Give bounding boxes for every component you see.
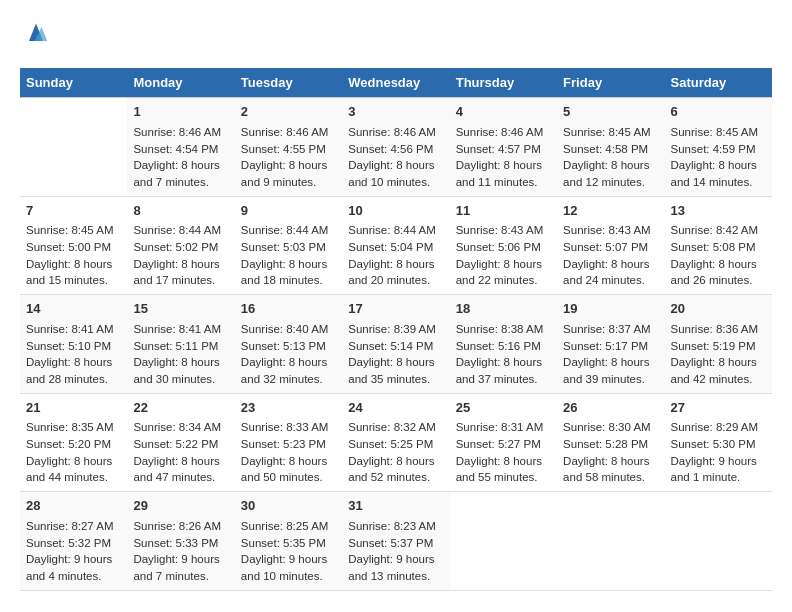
daylight-text: Daylight: 8 hours and 15 minutes. [26,256,121,289]
sunrise-text: Sunrise: 8:45 AM [671,124,766,141]
daylight-text: Daylight: 8 hours and 11 minutes. [456,157,551,190]
daylight-text: Daylight: 9 hours and 4 minutes. [26,551,121,584]
day-number: 20 [671,300,766,319]
calendar-cell: 6Sunrise: 8:45 AMSunset: 4:59 PMDaylight… [665,98,772,197]
sunrise-text: Sunrise: 8:41 AM [133,321,228,338]
day-number: 27 [671,399,766,418]
daylight-text: Daylight: 8 hours and 39 minutes. [563,354,658,387]
daylight-text: Daylight: 8 hours and 58 minutes. [563,453,658,486]
sunset-text: Sunset: 5:32 PM [26,535,121,552]
daylight-text: Daylight: 8 hours and 12 minutes. [563,157,658,190]
daylight-text: Daylight: 8 hours and 20 minutes. [348,256,443,289]
sunset-text: Sunset: 5:19 PM [671,338,766,355]
sunset-text: Sunset: 4:58 PM [563,141,658,158]
sunset-text: Sunset: 5:04 PM [348,239,443,256]
sunset-text: Sunset: 5:25 PM [348,436,443,453]
calendar-cell: 10Sunrise: 8:44 AMSunset: 5:04 PMDayligh… [342,196,449,295]
page-header [20,20,772,52]
daylight-text: Daylight: 8 hours and 32 minutes. [241,354,336,387]
daylight-text: Daylight: 8 hours and 14 minutes. [671,157,766,190]
sunrise-text: Sunrise: 8:38 AM [456,321,551,338]
calendar-cell: 8Sunrise: 8:44 AMSunset: 5:02 PMDaylight… [127,196,234,295]
sunset-text: Sunset: 4:59 PM [671,141,766,158]
day-number: 12 [563,202,658,221]
calendar-cell: 11Sunrise: 8:43 AMSunset: 5:06 PMDayligh… [450,196,557,295]
daylight-text: Daylight: 8 hours and 52 minutes. [348,453,443,486]
daylight-text: Daylight: 8 hours and 17 minutes. [133,256,228,289]
daylight-text: Daylight: 8 hours and 22 minutes. [456,256,551,289]
sunset-text: Sunset: 5:35 PM [241,535,336,552]
column-header-friday: Friday [557,68,664,98]
sunrise-text: Sunrise: 8:23 AM [348,518,443,535]
calendar-cell: 1Sunrise: 8:46 AMSunset: 4:54 PMDaylight… [127,98,234,197]
calendar-cell: 3Sunrise: 8:46 AMSunset: 4:56 PMDaylight… [342,98,449,197]
sunset-text: Sunset: 5:10 PM [26,338,121,355]
calendar-cell: 25Sunrise: 8:31 AMSunset: 5:27 PMDayligh… [450,393,557,492]
sunset-text: Sunset: 4:57 PM [456,141,551,158]
calendar-cell [665,492,772,591]
column-header-saturday: Saturday [665,68,772,98]
calendar-cell: 30Sunrise: 8:25 AMSunset: 5:35 PMDayligh… [235,492,342,591]
day-number: 18 [456,300,551,319]
calendar-cell: 20Sunrise: 8:36 AMSunset: 5:19 PMDayligh… [665,295,772,394]
day-number: 11 [456,202,551,221]
sunset-text: Sunset: 5:06 PM [456,239,551,256]
sunset-text: Sunset: 5:11 PM [133,338,228,355]
sunset-text: Sunset: 5:07 PM [563,239,658,256]
daylight-text: Daylight: 8 hours and 47 minutes. [133,453,228,486]
sunrise-text: Sunrise: 8:26 AM [133,518,228,535]
calendar-cell [20,98,127,197]
daylight-text: Daylight: 8 hours and 37 minutes. [456,354,551,387]
calendar-cell: 19Sunrise: 8:37 AMSunset: 5:17 PMDayligh… [557,295,664,394]
day-number: 14 [26,300,121,319]
calendar-cell: 13Sunrise: 8:42 AMSunset: 5:08 PMDayligh… [665,196,772,295]
column-header-row: SundayMondayTuesdayWednesdayThursdayFrid… [20,68,772,98]
day-number: 23 [241,399,336,418]
sunset-text: Sunset: 5:30 PM [671,436,766,453]
sunrise-text: Sunrise: 8:33 AM [241,419,336,436]
daylight-text: Daylight: 9 hours and 10 minutes. [241,551,336,584]
sunrise-text: Sunrise: 8:39 AM [348,321,443,338]
day-number: 22 [133,399,228,418]
sunset-text: Sunset: 5:17 PM [563,338,658,355]
sunrise-text: Sunrise: 8:46 AM [348,124,443,141]
day-number: 30 [241,497,336,516]
daylight-text: Daylight: 8 hours and 9 minutes. [241,157,336,190]
sunset-text: Sunset: 5:02 PM [133,239,228,256]
day-number: 16 [241,300,336,319]
sunset-text: Sunset: 5:27 PM [456,436,551,453]
calendar-cell [557,492,664,591]
calendar-cell: 16Sunrise: 8:40 AMSunset: 5:13 PMDayligh… [235,295,342,394]
calendar-cell: 7Sunrise: 8:45 AMSunset: 5:00 PMDaylight… [20,196,127,295]
sunset-text: Sunset: 5:14 PM [348,338,443,355]
day-number: 26 [563,399,658,418]
sunrise-text: Sunrise: 8:36 AM [671,321,766,338]
calendar-cell: 24Sunrise: 8:32 AMSunset: 5:25 PMDayligh… [342,393,449,492]
column-header-tuesday: Tuesday [235,68,342,98]
day-number: 7 [26,202,121,221]
day-number: 24 [348,399,443,418]
day-number: 1 [133,103,228,122]
daylight-text: Daylight: 9 hours and 13 minutes. [348,551,443,584]
daylight-text: Daylight: 8 hours and 30 minutes. [133,354,228,387]
day-number: 29 [133,497,228,516]
week-row-1: 1Sunrise: 8:46 AMSunset: 4:54 PMDaylight… [20,98,772,197]
day-number: 2 [241,103,336,122]
sunrise-text: Sunrise: 8:27 AM [26,518,121,535]
day-number: 25 [456,399,551,418]
sunrise-text: Sunrise: 8:35 AM [26,419,121,436]
sunset-text: Sunset: 5:08 PM [671,239,766,256]
day-number: 10 [348,202,443,221]
sunrise-text: Sunrise: 8:32 AM [348,419,443,436]
calendar-cell [450,492,557,591]
day-number: 15 [133,300,228,319]
sunset-text: Sunset: 5:20 PM [26,436,121,453]
week-row-3: 14Sunrise: 8:41 AMSunset: 5:10 PMDayligh… [20,295,772,394]
daylight-text: Daylight: 9 hours and 1 minute. [671,453,766,486]
calendar-cell: 18Sunrise: 8:38 AMSunset: 5:16 PMDayligh… [450,295,557,394]
sunset-text: Sunset: 4:56 PM [348,141,443,158]
sunrise-text: Sunrise: 8:45 AM [26,222,121,239]
column-header-sunday: Sunday [20,68,127,98]
week-row-5: 28Sunrise: 8:27 AMSunset: 5:32 PMDayligh… [20,492,772,591]
calendar-table: SundayMondayTuesdayWednesdayThursdayFrid… [20,68,772,591]
